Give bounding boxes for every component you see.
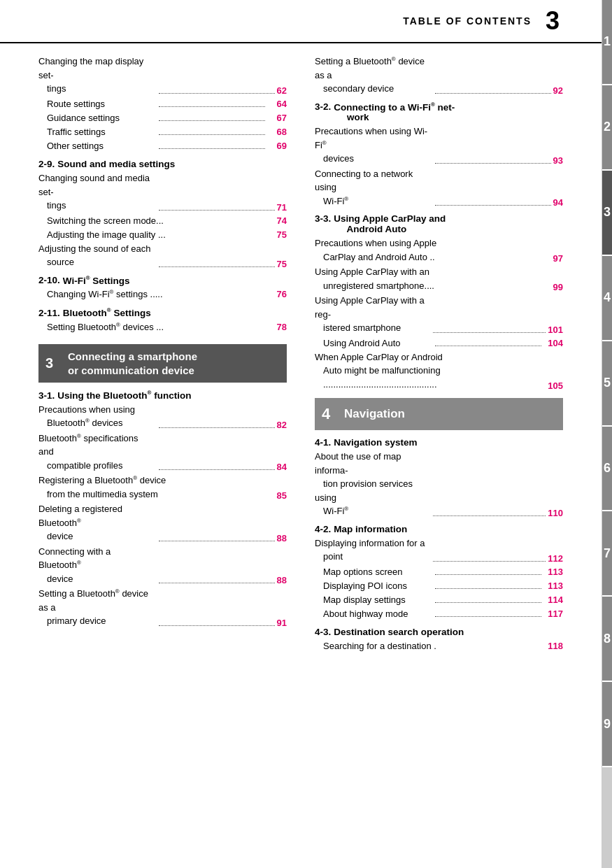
entry-screen-mode: Switching the screen mode... 74 [38,214,287,228]
entry-poi-icons: Displaying POI icons 113 [315,579,563,593]
entry-image-quality: Adjusting the image quality ... 75 [38,228,287,242]
tab-5[interactable]: 5 [602,341,612,427]
entry-bt-specs: Bluetooth® specifications and compatible… [38,432,287,473]
section-32-heading: 3-2. Connecting to a Wi-Fi® net- work [315,101,563,123]
right-column: Setting a Bluetooth® device as a seconda… [301,55,602,653]
entry-search-destination: Searching for a destination . 118 [315,639,563,653]
page-wrapper: TABLE OF CONTENTS 3 Changing the map dis… [0,0,612,868]
entry-map-options: Map options screen 113 [315,565,563,579]
entry-guidance-settings: Guidance settings 67 [38,111,287,125]
right-sidebar: 1 2 3 4 5 6 7 8 9 [602,0,612,868]
tab-1[interactable]: 1 [602,0,612,85]
entry-carplay-malfunction: When Apple CarPlay or Android Auto might… [315,350,563,392]
entry-bt-precautions: Precautions when using Bluetooth® device… [38,403,287,430]
entry-carplay-unregistered: Using Apple CarPlay with an unregistered… [315,265,563,292]
tab-2[interactable]: 2 [602,85,612,171]
entry-bluetooth-devices: Setting Bluetooth® devices ... 78 [38,320,287,334]
entry-carplay-precautions: Precautions when using Apple CarPlay and… [315,236,563,264]
entry-map-info-services: About the use of map informa- tion provi… [315,450,563,518]
entry-android-auto: Using Android Auto 104 [315,336,563,350]
entry-wifi-precautions: Precautions when using Wi-Fi® devices 93 [315,124,563,166]
tab-4[interactable]: 4 [602,256,612,341]
header-title: TABLE OF CONTENTS [403,15,532,27]
entry-bt-register: Registering a Bluetooth® device from the… [38,474,287,501]
tab-3[interactable]: 3 [602,171,612,256]
section-43-heading: 4-3. Destination search operation [315,627,563,637]
entry-traffic-settings: Traffic settings 68 [38,125,287,139]
tab-9[interactable]: 9 [602,682,612,767]
section-31-heading: 3-1. Using the Bluetooth® function [38,390,287,401]
entry-bt-connect: Connecting with a Bluetooth® device 88 [38,545,287,586]
section-29-heading: 2-9. Sound and media settings [38,159,287,169]
entry-other-settings: Other settings 69 [38,139,287,153]
page-number-header: 3 [546,8,560,34]
tab-extra[interactable] [602,767,612,868]
entry-route-settings: Route settings 64 [38,97,287,111]
tab-6[interactable]: 6 [602,427,612,512]
tab-7[interactable]: 7 [602,511,612,597]
section-33-heading: 3-3. Using Apple CarPlay and Android Aut… [315,213,563,234]
columns-wrapper: Changing the map display set- tings 62 R… [0,43,602,653]
entry-sound-source: Adjusting the sound of each source 75 [38,242,287,269]
section-41-heading: 4-1. Navigation system [315,437,563,448]
entry-map-display: Changing the map display set- tings 62 [38,55,287,96]
chapter-3-block: 3 Connecting a smartphoneor communicatio… [38,344,287,383]
entry-map-display-settings: Map display settings 114 [315,593,563,607]
main-content: TABLE OF CONTENTS 3 Changing the map dis… [0,0,602,868]
page-header: TABLE OF CONTENTS 3 [0,0,602,43]
entry-highway-mode: About highway mode 117 [315,607,563,621]
section-210-heading: 2-10. Wi-Fi® Settings [38,275,287,286]
entry-sound-media: Changing sound and media set- tings 71 [38,171,287,213]
chapter-4-block: 4 Navigation [315,398,563,430]
entry-carplay-registered: Using Apple CarPlay with a reg- istered … [315,294,563,335]
section-211-heading: 2-11. Bluetooth® Settings [38,307,287,318]
entry-wifi-settings: Changing Wi-Fi® settings ..... 76 [38,287,287,301]
left-column: Changing the map display set- tings 62 R… [0,55,301,653]
entry-bt-primary: Setting a Bluetooth® device as a primary… [38,587,287,628]
tab-8[interactable]: 8 [602,597,612,682]
entry-display-point: Displaying information for a point 112 [315,536,563,564]
entry-wifi-connect: Connecting to a network using Wi-Fi® 94 [315,167,563,208]
section-42-heading: 4-2. Map information [315,524,563,534]
entry-bt-secondary: Setting a Bluetooth® device as a seconda… [315,55,563,96]
entry-bt-delete: Deleting a registered Bluetooth® device … [38,502,287,543]
